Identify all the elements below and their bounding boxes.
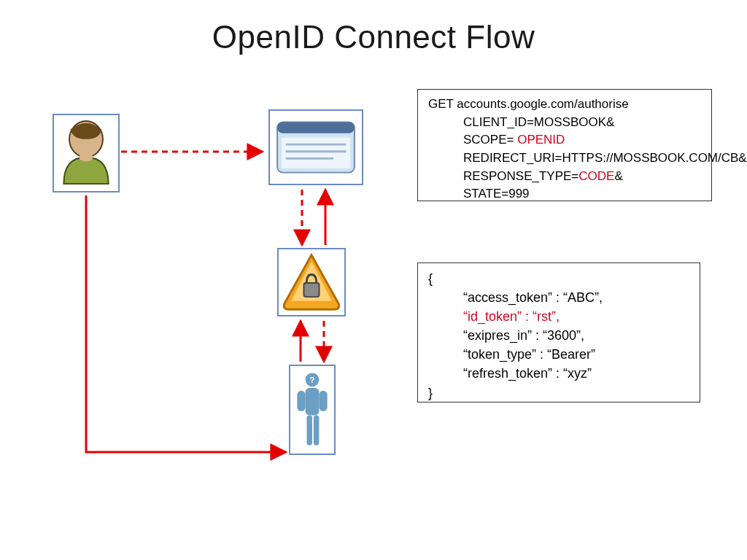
json-panel: { “access_token” : “ABC”, “id_token” : “… [417, 262, 700, 402]
json-access-token: “access_token” : “ABC”, [428, 288, 689, 307]
page-title: OpenID Connect Flow [0, 19, 747, 55]
json-close: } [428, 384, 689, 402]
req-response-type: RESPONSE_TYPE=CODE& [428, 168, 701, 186]
req-state: STATE=999 [428, 185, 701, 203]
svg-rect-9 [282, 138, 350, 168]
json-open: { [428, 269, 689, 288]
svg-text:?: ? [310, 376, 315, 384]
browser-icon [268, 109, 363, 185]
svg-rect-13 [303, 283, 319, 297]
slide: OpenID Connect Flow [0, 0, 747, 560]
json-expires-in: “exipres_in” : “3600”, [428, 326, 689, 345]
user-icon [53, 114, 120, 192]
request-panel: GET accounts.google.com/authorise CLIENT… [417, 89, 712, 201]
svg-point-6 [79, 153, 93, 161]
svg-rect-17 [297, 391, 305, 411]
req-client-id: CLIENT_ID=MOSSBOOK& [428, 114, 701, 132]
svg-rect-8 [277, 122, 355, 133]
req-scope: SCOPE= OPENID [428, 131, 701, 149]
svg-rect-18 [319, 391, 327, 411]
svg-rect-16 [306, 388, 320, 416]
lock-icon [277, 248, 346, 316]
person-icon: ? [289, 365, 336, 455]
json-token-type: “token_type” : “Bearer” [428, 345, 689, 364]
svg-rect-20 [314, 416, 320, 446]
json-refresh-token: “refresh_token” : “xyz” [428, 364, 689, 383]
svg-rect-19 [307, 416, 313, 446]
req-redirect-uri: REDIRECT_URI=HTTPS://MOSSBOOK.COM/CB& [428, 149, 701, 168]
json-id-token: “id_token” : “rst”, [428, 307, 689, 326]
req-line1: GET accounts.google.com/authorise [428, 96, 701, 114]
